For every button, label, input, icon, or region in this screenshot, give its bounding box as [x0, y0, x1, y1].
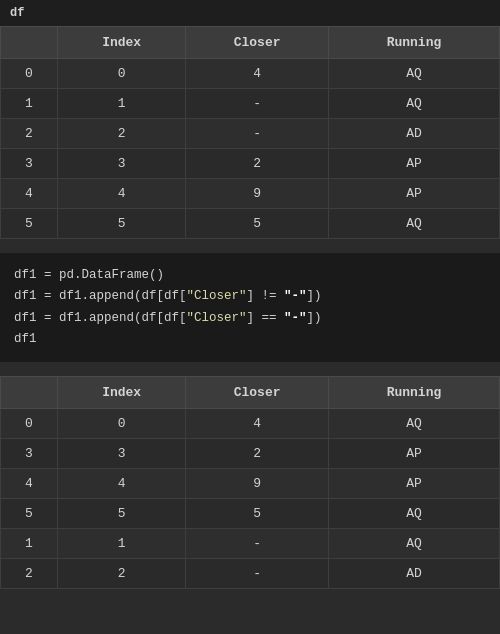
table-row: 004AQ	[1, 59, 500, 89]
table-row: 555AQ	[1, 209, 500, 239]
table-row: 004AQ	[1, 409, 500, 439]
table-cell: 9	[186, 179, 329, 209]
table-row: 11-AQ	[1, 89, 500, 119]
table-cell: 5	[1, 209, 58, 239]
table-cell: 0	[1, 409, 58, 439]
table2-col-closer: Closer	[186, 377, 329, 409]
table1-container: Index Closer Running 004AQ11-AQ22-AD332A…	[0, 26, 500, 239]
table2-col-running: Running	[328, 377, 499, 409]
code-line: df1 = df1.append(df[df["Closer"] == "-"]…	[14, 308, 486, 329]
table-cell: 3	[1, 439, 58, 469]
table-cell: 4	[186, 59, 329, 89]
table-cell: 1	[1, 529, 58, 559]
section1: df Index Closer Running 004AQ11-AQ22-AD3…	[0, 0, 500, 239]
table2: Index Closer Running 004AQ332AP449AP555A…	[0, 376, 500, 589]
table-cell: 0	[58, 59, 186, 89]
table-cell: 1	[58, 529, 186, 559]
table-cell: AQ	[328, 209, 499, 239]
table-cell: 4	[1, 469, 58, 499]
table2-col-idx	[1, 377, 58, 409]
table-row: 22-AD	[1, 119, 500, 149]
table-cell: 0	[1, 59, 58, 89]
table2-container: Index Closer Running 004AQ332AP449AP555A…	[0, 376, 500, 589]
table1-col-closer: Closer	[186, 27, 329, 59]
table-cell: 4	[1, 179, 58, 209]
table-cell: AQ	[328, 89, 499, 119]
section1-label: df	[0, 0, 500, 26]
table-cell: AP	[328, 149, 499, 179]
table-cell: 5	[58, 209, 186, 239]
table-cell: 2	[186, 439, 329, 469]
table-row: 449AP	[1, 469, 500, 499]
table1-col-idx	[1, 27, 58, 59]
table-cell: AQ	[328, 409, 499, 439]
code-line: df1	[14, 329, 486, 350]
table1-col-index: Index	[58, 27, 186, 59]
table-cell: AD	[328, 119, 499, 149]
table-cell: AQ	[328, 529, 499, 559]
table-cell: -	[186, 529, 329, 559]
table-cell: 2	[1, 119, 58, 149]
table2-col-index: Index	[58, 377, 186, 409]
code-block: df1 = pd.DataFrame()df1 = df1.append(df[…	[0, 253, 500, 362]
table-cell: 4	[58, 469, 186, 499]
table-row: 332AP	[1, 149, 500, 179]
table-cell: AP	[328, 469, 499, 499]
table-cell: 5	[1, 499, 58, 529]
table-cell: AP	[328, 179, 499, 209]
code-line: df1 = pd.DataFrame()	[14, 265, 486, 286]
table-row: 449AP	[1, 179, 500, 209]
code-line: df1 = df1.append(df[df["Closer"] != "-"]…	[14, 286, 486, 307]
table-row: 11-AQ	[1, 529, 500, 559]
table1: Index Closer Running 004AQ11-AQ22-AD332A…	[0, 26, 500, 239]
table-cell: -	[186, 559, 329, 589]
table-cell: 2	[186, 149, 329, 179]
table-cell: AQ	[328, 59, 499, 89]
table-cell: AD	[328, 559, 499, 589]
table-row: 22-AD	[1, 559, 500, 589]
table-cell: 5	[58, 499, 186, 529]
table-cell: 0	[58, 409, 186, 439]
table-cell: 1	[1, 89, 58, 119]
table-cell: 4	[58, 179, 186, 209]
table-cell: 2	[58, 119, 186, 149]
table-cell: 1	[58, 89, 186, 119]
table-cell: 9	[186, 469, 329, 499]
gap1	[0, 239, 500, 253]
table-cell: 2	[1, 559, 58, 589]
table-cell: 5	[186, 499, 329, 529]
table-row: 555AQ	[1, 499, 500, 529]
table-cell: -	[186, 89, 329, 119]
table-cell: -	[186, 119, 329, 149]
table-cell: AP	[328, 439, 499, 469]
table1-header-row: Index Closer Running	[1, 27, 500, 59]
table-cell: 3	[58, 149, 186, 179]
table1-col-running: Running	[328, 27, 499, 59]
table-row: 332AP	[1, 439, 500, 469]
table-cell: 4	[186, 409, 329, 439]
gap2	[0, 362, 500, 376]
table-cell: 3	[1, 149, 58, 179]
table-cell: AQ	[328, 499, 499, 529]
table-cell: 5	[186, 209, 329, 239]
section2: Index Closer Running 004AQ332AP449AP555A…	[0, 376, 500, 589]
table-cell: 2	[58, 559, 186, 589]
table2-header-row: Index Closer Running	[1, 377, 500, 409]
table-cell: 3	[58, 439, 186, 469]
